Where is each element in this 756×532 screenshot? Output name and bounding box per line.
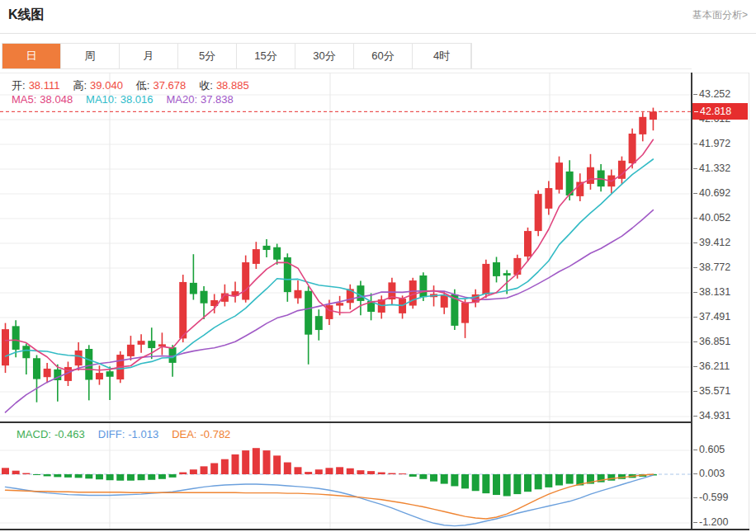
legend-item: 低:37.678 (136, 79, 189, 92)
tab-period-2[interactable]: 月 (120, 44, 178, 68)
price-axis-label: 40.692 (693, 187, 730, 199)
price-axis-label: 40.052 (693, 212, 730, 224)
tab-period-3[interactable]: 5分 (178, 44, 237, 68)
panel-divider (0, 421, 692, 423)
y-axis-line (691, 73, 692, 530)
price-axis-label: 36.211 (693, 360, 730, 372)
legend-item: 收:38.885 (199, 79, 252, 92)
kline-page: K线图 基本面分析> 日周月5分15分30分60分4时 开:38.111高:39… (0, 0, 756, 532)
macd-axis-label: -0.599 (693, 492, 728, 503)
current-price-tag: 42.818 (692, 103, 748, 120)
price-axis-label: 35.571 (693, 385, 730, 397)
right-edge-border (749, 73, 749, 530)
bottom-border (0, 529, 749, 530)
macd-axis-label: 0.003 (693, 468, 725, 479)
macd-axis-label: 0.605 (693, 444, 725, 455)
macd-axis-label: -1.200 (693, 516, 728, 528)
tab-period-5[interactable]: 30分 (295, 44, 354, 68)
tab-period-4[interactable]: 15分 (237, 44, 295, 68)
legend-item: DEA:-0.782 (172, 428, 234, 440)
legend-item: MA10:38.016 (86, 93, 156, 106)
price-axis-label: 39.412 (693, 237, 730, 248)
ma-legend: MA5:38.048MA10:38.016MA20:37.838 (12, 93, 247, 106)
header-divider (0, 33, 756, 34)
legend-item: DIFF:-1.013 (98, 428, 162, 440)
tabbar-extension-line (470, 68, 692, 69)
price-axis-label: 41.972 (693, 138, 730, 149)
price-axis-label: 36.851 (693, 336, 730, 347)
macd-legend: MACD:-0.463DIFF:-1.013DEA:-0.782 (17, 428, 243, 440)
price-axis-label: 41.332 (693, 162, 730, 174)
legend-item: 高:39.040 (73, 79, 125, 92)
legend-item: MA5:38.048 (12, 93, 76, 106)
tab-period-6[interactable]: 60分 (354, 44, 413, 68)
ohlc-legend: 开:38.111高:39.040低:37.678收:38.885 (12, 78, 262, 93)
tab-period-0[interactable]: 日 (2, 44, 61, 68)
price-axis-label: 38.131 (693, 286, 730, 298)
price-axis-label: 37.491 (693, 311, 730, 322)
price-axis-label: 38.772 (693, 261, 730, 273)
period-tabbar: 日周月5分15分30分60分4时 (2, 43, 472, 69)
fundamental-analysis-link[interactable]: 基本面分析> (692, 8, 748, 22)
legend-item: 开:38.111 (12, 79, 63, 92)
tab-period-1[interactable]: 周 (61, 44, 120, 68)
price-axis-label: 43.252 (693, 88, 730, 100)
tab-period-7[interactable]: 4时 (413, 44, 471, 68)
legend-item: MA20:37.838 (166, 93, 236, 106)
page-title: K线图 (8, 7, 45, 24)
price-axis-label: 34.931 (693, 410, 730, 421)
legend-item: MACD:-0.463 (17, 428, 88, 440)
candlestick-chart[interactable] (0, 73, 692, 422)
